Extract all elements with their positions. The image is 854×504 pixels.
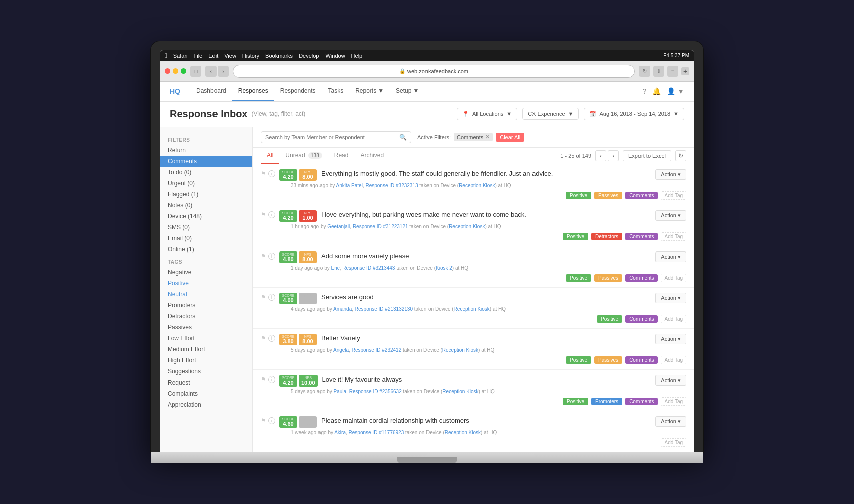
action-button[interactable]: Action ▾: [655, 334, 686, 344]
respondent-link[interactable]: Ankita Patel: [336, 183, 363, 188]
tag-positive[interactable]: Positive: [160, 278, 252, 289]
response-tag[interactable]: Passives: [594, 274, 622, 282]
respondent-link[interactable]: Eric: [331, 265, 340, 271]
response-tag[interactable]: Comments: [625, 315, 658, 323]
filter-sms[interactable]: SMS (0): [160, 222, 252, 233]
device-link[interactable]: Reception Kiosk: [442, 347, 478, 353]
os-safari[interactable]: Safari: [173, 53, 188, 59]
tag-request[interactable]: Request: [160, 377, 252, 388]
response-id-link[interactable]: Response ID #31223121: [353, 224, 408, 229]
export-button[interactable]: Export to Excel: [623, 150, 671, 161]
os-edit[interactable]: Edit: [208, 53, 218, 59]
response-id-link[interactable]: Response ID #2356632: [349, 389, 402, 394]
close-button[interactable]: [165, 68, 170, 74]
action-button[interactable]: Action ▾: [655, 169, 686, 180]
response-id-link[interactable]: Response ID #3213443: [342, 265, 395, 271]
response-tag[interactable]: Passives: [594, 356, 622, 364]
respondent-link[interactable]: Amanda: [333, 306, 352, 312]
device-link[interactable]: Reception Kiosk: [454, 306, 490, 312]
filter-notes[interactable]: Notes (0): [160, 200, 252, 211]
os-window[interactable]: Window: [325, 53, 345, 59]
nav-tasks[interactable]: Tasks: [322, 81, 349, 101]
filter-tag-comments[interactable]: Comments ✕: [454, 133, 493, 141]
nav-setup[interactable]: Setup ▼: [390, 81, 425, 101]
response-tag[interactable]: Passives: [594, 192, 622, 199]
flag-button[interactable]: ⚑: [261, 335, 266, 342]
nav-reports[interactable]: Reports ▼: [349, 81, 390, 101]
tag-medium-effort[interactable]: Medium Effort: [160, 344, 252, 355]
maximize-button[interactable]: [181, 68, 186, 74]
next-page-button[interactable]: ›: [608, 150, 619, 161]
tag-suggestions[interactable]: Suggestions: [160, 366, 252, 377]
tag-negative[interactable]: Negative: [160, 267, 252, 278]
tag-promoters[interactable]: Promoters: [160, 300, 252, 311]
minimize-button[interactable]: [173, 68, 178, 74]
action-button[interactable]: Action ▾: [655, 293, 686, 303]
response-tag[interactable]: Comments: [625, 233, 658, 240]
flag-button[interactable]: ⚑: [261, 170, 266, 177]
info-button[interactable]: i: [268, 417, 275, 424]
date-range-picker[interactable]: 📅 Aug 16, 2018 - Sep 14, 2018 ▼: [584, 108, 684, 120]
response-id-link[interactable]: Response ID #3232313: [365, 183, 418, 188]
notifications-icon[interactable]: 🔔: [652, 87, 661, 95]
filter-online[interactable]: Online (1): [160, 244, 252, 255]
device-link[interactable]: Kiosk 2: [436, 265, 452, 271]
info-button[interactable]: i: [268, 211, 275, 218]
respondent-link[interactable]: Angela: [333, 347, 349, 353]
add-tag-button[interactable]: Add Tag: [661, 315, 686, 323]
new-tab-button[interactable]: +: [681, 67, 689, 75]
filter-tag-remove[interactable]: ✕: [485, 134, 490, 140]
add-tag-button[interactable]: Add Tag: [661, 274, 686, 282]
device-link[interactable]: Reception Kiosk: [442, 389, 478, 394]
response-tag[interactable]: Positive: [563, 233, 588, 240]
os-history[interactable]: History: [242, 53, 259, 59]
filter-email[interactable]: Email (0): [160, 233, 252, 244]
response-tag[interactable]: Positive: [566, 274, 591, 282]
tab-archived[interactable]: Archived: [354, 148, 390, 164]
tab-read[interactable]: Read: [328, 148, 355, 164]
action-button[interactable]: Action ▾: [655, 251, 686, 262]
device-link[interactable]: Reception Kiosk: [445, 430, 481, 435]
info-button[interactable]: i: [268, 253, 275, 260]
filter-comments[interactable]: Comments: [160, 156, 252, 167]
browser-menu[interactable]: ≡: [667, 66, 678, 77]
tag-detractors[interactable]: Detractors: [160, 311, 252, 322]
response-tag[interactable]: Promoters: [591, 398, 622, 405]
action-button[interactable]: Action ▾: [655, 210, 686, 221]
response-tag[interactable]: Positive: [566, 192, 591, 199]
respondent-link[interactable]: Akira: [334, 430, 346, 435]
search-input[interactable]: [265, 134, 396, 140]
info-button[interactable]: i: [268, 170, 275, 177]
os-bookmarks[interactable]: Bookmarks: [265, 53, 293, 59]
flag-button[interactable]: ⚑: [261, 211, 266, 218]
browser-reload[interactable]: ↻: [639, 66, 650, 77]
url-bar[interactable]: 🔒 web.zonkafeedback.com: [233, 65, 635, 78]
app-logo[interactable]: HQ: [170, 87, 180, 95]
add-tag-button[interactable]: Add Tag: [661, 356, 686, 364]
prev-page-button[interactable]: ‹: [595, 150, 606, 161]
info-button[interactable]: i: [268, 294, 275, 301]
filter-todo[interactable]: To do (0): [160, 167, 252, 178]
filter-urgent[interactable]: Urgent (0): [160, 178, 252, 189]
respondent-link[interactable]: Paula: [334, 389, 347, 394]
location-dropdown[interactable]: 📍 All Locations ▼: [457, 108, 517, 120]
user-icon[interactable]: 👤 ▼: [667, 87, 684, 95]
device-link[interactable]: Reception Kiosk: [459, 183, 495, 188]
info-button[interactable]: i: [268, 376, 275, 383]
forward-button[interactable]: ›: [218, 66, 229, 77]
flag-button[interactable]: ⚑: [261, 417, 266, 424]
window-button[interactable]: □: [190, 66, 201, 77]
response-tag[interactable]: Positive: [566, 356, 591, 364]
os-help[interactable]: Help: [351, 53, 363, 59]
action-button[interactable]: Action ▾: [655, 375, 686, 386]
os-view[interactable]: View: [224, 53, 236, 59]
respondent-link[interactable]: Geetanjali: [327, 224, 350, 229]
search-box[interactable]: 🔍: [261, 131, 411, 143]
tag-high-effort[interactable]: High Effort: [160, 355, 252, 366]
add-tag-button[interactable]: Add Tag: [661, 438, 686, 447]
nav-dashboard[interactable]: Dashboard: [190, 81, 232, 101]
tab-unread[interactable]: Unread 138: [279, 148, 328, 164]
os-file[interactable]: File: [194, 53, 203, 59]
tag-passives[interactable]: Passives: [160, 322, 252, 333]
response-tag[interactable]: Comments: [625, 192, 658, 199]
